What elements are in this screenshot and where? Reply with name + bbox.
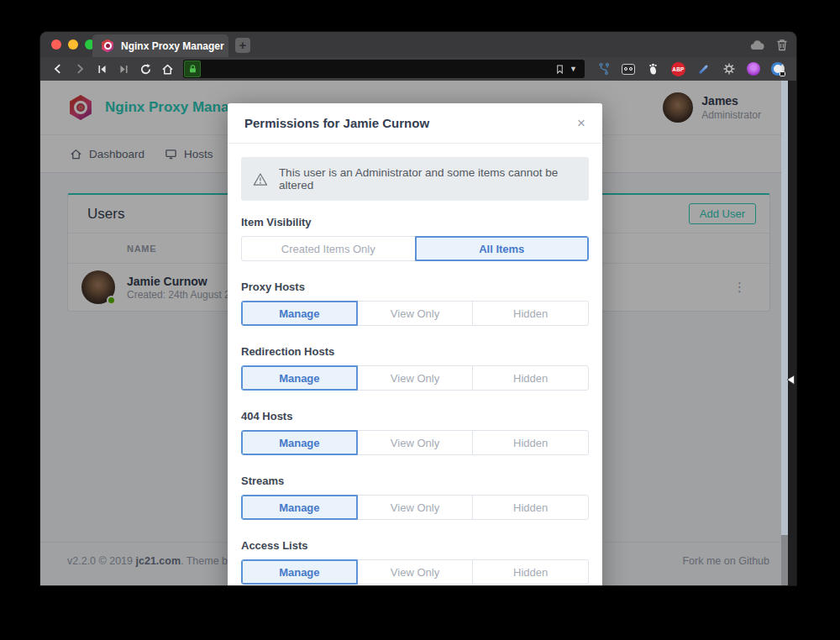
proxy-hosts-hidden-button[interactable]: Hidden bbox=[472, 301, 589, 326]
streams-group: Manage View Only Hidden bbox=[241, 495, 589, 520]
goggles-icon[interactable] bbox=[622, 64, 635, 75]
privacy-clock-lock-icon[interactable] bbox=[771, 62, 785, 76]
urlbar-dropdown-icon[interactable]: ▼ bbox=[570, 65, 577, 73]
visibility-all-items-button[interactable]: All Items bbox=[415, 236, 590, 261]
npm-favicon-icon bbox=[101, 39, 114, 53]
back-button[interactable] bbox=[47, 60, 69, 78]
access-lists-manage-button[interactable]: Manage bbox=[241, 559, 358, 585]
https-lock-icon[interactable] bbox=[184, 60, 201, 77]
fork-icon[interactable] bbox=[596, 62, 611, 76]
visibility-created-items-button[interactable]: Created Items Only bbox=[241, 236, 416, 261]
bookmark-icon[interactable] bbox=[555, 64, 564, 75]
streams-label: Streams bbox=[241, 475, 589, 487]
access-lists-group: Manage View Only Hidden bbox=[241, 559, 589, 585]
modal-title: Permissions for Jamie Curnow bbox=[244, 116, 429, 130]
close-window-button[interactable] bbox=[51, 39, 61, 50]
proxy-hosts-view-only-button[interactable]: View Only bbox=[357, 301, 474, 326]
browser-titlebar: Nginx Proxy Manager + bbox=[40, 32, 796, 57]
proxy-hosts-group: Manage View Only Hidden bbox=[241, 301, 589, 326]
close-icon[interactable]: × bbox=[577, 116, 585, 130]
streams-manage-button[interactable]: Manage bbox=[241, 495, 358, 520]
admin-alert: This user is an Administrator and some i… bbox=[241, 157, 589, 201]
skip-forward-icon[interactable] bbox=[113, 60, 134, 78]
minimize-window-button[interactable] bbox=[68, 39, 78, 50]
page-scrollbar[interactable] bbox=[781, 81, 788, 585]
cloud-icon[interactable] bbox=[750, 39, 764, 50]
admin-alert-text: This user is an Administrator and some i… bbox=[279, 166, 577, 191]
browser-toolbar: ▼ ABP bbox=[40, 57, 796, 81]
reload-button[interactable] bbox=[134, 60, 156, 78]
browser-tab[interactable]: Nginx Proxy Manager bbox=[92, 34, 228, 57]
item-visibility-label: Item Visibility bbox=[241, 216, 589, 228]
skip-back-icon[interactable] bbox=[91, 60, 113, 78]
tab-title: Nginx Proxy Manager bbox=[121, 40, 224, 52]
color-picker-icon[interactable] bbox=[696, 62, 711, 76]
trash-icon[interactable] bbox=[776, 39, 788, 51]
item-visibility-group: Created Items Only All Items bbox=[241, 236, 589, 261]
redirection-hosts-view-only-button[interactable]: View Only bbox=[357, 365, 474, 391]
warning-icon bbox=[253, 172, 268, 186]
permissions-modal: Permissions for Jamie Curnow × This user… bbox=[228, 103, 602, 585]
purple-extension-icon[interactable] bbox=[747, 62, 760, 76]
new-tab-button[interactable]: + bbox=[235, 38, 250, 53]
404-hosts-view-only-button[interactable]: View Only bbox=[357, 430, 474, 455]
gear-icon[interactable] bbox=[722, 62, 736, 76]
404-hosts-group: Manage View Only Hidden bbox=[241, 430, 589, 455]
mouse-cursor bbox=[786, 375, 795, 386]
access-lists-label: Access Lists bbox=[241, 539, 589, 552]
home-button[interactable] bbox=[156, 60, 178, 78]
scrollbar-thumb[interactable] bbox=[781, 81, 788, 535]
redirection-hosts-group: Manage View Only Hidden bbox=[241, 365, 589, 391]
proxy-hosts-manage-button[interactable]: Manage bbox=[241, 301, 358, 326]
browser-window: Nginx Proxy Manager + bbox=[40, 32, 796, 585]
proxy-hosts-label: Proxy Hosts bbox=[241, 281, 589, 293]
404-hosts-label: 404 Hosts bbox=[241, 410, 589, 422]
url-bar[interactable]: ▼ bbox=[183, 60, 585, 78]
redirection-hosts-label: Redirection Hosts bbox=[241, 345, 589, 358]
page-viewport: Nginx Proxy Manager James Administrator … bbox=[40, 81, 796, 585]
window-controls bbox=[51, 39, 95, 50]
extension-toolbar: ABP bbox=[596, 62, 785, 76]
404-hosts-manage-button[interactable]: Manage bbox=[241, 430, 358, 455]
adblock-plus-icon[interactable]: ABP bbox=[671, 62, 685, 76]
window-right-border bbox=[788, 81, 796, 585]
streams-view-only-button[interactable]: View Only bbox=[357, 495, 474, 520]
404-hosts-hidden-button[interactable]: Hidden bbox=[472, 430, 589, 455]
access-lists-view-only-button[interactable]: View Only bbox=[357, 559, 474, 585]
gnome-foot-icon[interactable] bbox=[646, 62, 660, 76]
access-lists-hidden-button[interactable]: Hidden bbox=[472, 559, 589, 585]
redirection-hosts-hidden-button[interactable]: Hidden bbox=[472, 365, 589, 391]
redirection-hosts-manage-button[interactable]: Manage bbox=[241, 365, 358, 391]
forward-button[interactable] bbox=[69, 60, 91, 78]
streams-hidden-button[interactable]: Hidden bbox=[472, 495, 589, 520]
